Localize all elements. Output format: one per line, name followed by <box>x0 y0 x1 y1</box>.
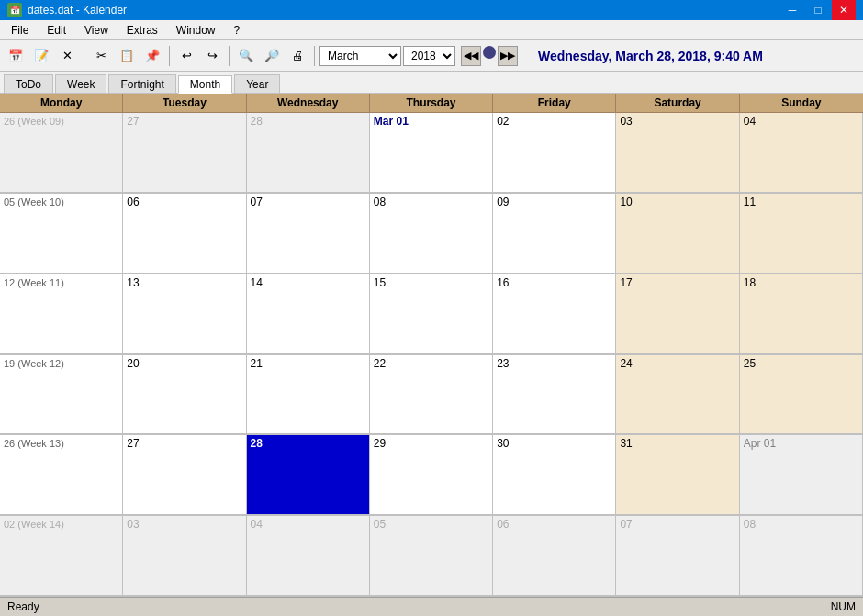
toolbar-zoom-btn[interactable]: 🔎 <box>260 44 284 68</box>
cell-mar22[interactable]: 22 <box>370 355 493 435</box>
cell-mar23[interactable]: 23 <box>493 355 616 435</box>
cell-mar26[interactable]: 26 (Week 13) <box>0 435 123 515</box>
cell-mar13[interactable]: 13 <box>123 274 246 354</box>
calendar-container: Monday Tuesday Wednesday Thursday Friday… <box>0 94 863 597</box>
month-select[interactable]: JanuaryFebruaryMarch AprilMayJune JulyAu… <box>319 46 401 66</box>
cell-mar05[interactable]: 05 (Week 10) <box>0 194 123 274</box>
toolbar-sep2 <box>169 46 170 66</box>
cell-mar29[interactable]: 29 <box>370 435 493 515</box>
toolbar-calendar-btn[interactable]: 📅 <box>4 44 28 68</box>
cell-mar28-today[interactable]: 28 <box>247 435 370 515</box>
today-btn[interactable] <box>483 46 496 59</box>
menu-extras[interactable]: Extras <box>119 22 165 39</box>
titlebar-left: 📅 dates.dat - Kalender <box>7 3 127 17</box>
next-next-btn[interactable]: ▶▶ <box>498 46 518 66</box>
cell-feb27[interactable]: 27 <box>123 113 246 193</box>
toolbar-paste-btn[interactable]: 📌 <box>140 44 164 68</box>
cell-apr05[interactable]: 05 <box>370 516 493 596</box>
status-mode: NUM <box>831 600 856 613</box>
tab-fortnight[interactable]: Fortnight <box>108 74 175 93</box>
cell-mar04[interactable]: 04 <box>740 113 863 193</box>
cell-mar16[interactable]: 16 <box>493 274 616 354</box>
cell-mar08[interactable]: 08 <box>370 194 493 274</box>
cell-mar30[interactable]: 30 <box>493 435 616 515</box>
calendar-row-1: 26 (Week 09) 27 28 Mar 01 02 03 04 <box>0 113 863 194</box>
cell-mar27[interactable]: 27 <box>123 435 246 515</box>
cell-apr07[interactable]: 07 <box>616 516 739 596</box>
calendar-grid: 26 (Week 09) 27 28 Mar 01 02 03 04 05 (W… <box>0 113 863 597</box>
close-button[interactable]: ✕ <box>832 0 856 20</box>
maximize-button[interactable]: □ <box>806 0 830 20</box>
status-text: Ready <box>7 600 39 613</box>
toolbar-delete-btn[interactable]: ✕ <box>55 44 79 68</box>
tab-year[interactable]: Year <box>234 74 280 93</box>
cell-mar21[interactable]: 21 <box>247 355 370 435</box>
cell-mar15[interactable]: 15 <box>370 274 493 354</box>
statusbar: Ready NUM <box>0 597 863 615</box>
menubar: File Edit View Extras Window ? <box>0 20 863 40</box>
cell-mar03[interactable]: 03 <box>616 113 739 193</box>
cell-mar07[interactable]: 07 <box>247 194 370 274</box>
cell-mar25[interactable]: 25 <box>740 355 863 435</box>
menu-window[interactable]: Window <box>169 22 223 39</box>
toolbar-redo-btn[interactable]: ↪ <box>200 44 224 68</box>
cell-mar14[interactable]: 14 <box>247 274 370 354</box>
toolbar-print-btn[interactable]: 🖨 <box>286 44 309 68</box>
cell-mar18[interactable]: 18 <box>740 274 863 354</box>
cell-apr03[interactable]: 03 <box>123 516 246 596</box>
toolbar-new-btn[interactable]: 📝 <box>29 44 53 68</box>
cell-apr06[interactable]: 06 <box>493 516 616 596</box>
prev-prev-btn[interactable]: ◀◀ <box>461 46 481 66</box>
toolbar-cut-btn[interactable]: ✂ <box>89 44 113 68</box>
app-icon: 📅 <box>7 3 22 17</box>
cell-mar20[interactable]: 20 <box>123 355 246 435</box>
header-saturday: Saturday <box>616 94 739 112</box>
calendar-row-5: 26 (Week 13) 27 28 29 30 31 Apr 01 <box>0 435 863 516</box>
toolbar: 📅 📝 ✕ ✂ 📋 📌 ↩ ↪ 🔍 🔎 🖨 JanuaryFebruaryMar… <box>0 40 863 72</box>
toolbar-copy-btn[interactable]: 📋 <box>115 44 139 68</box>
calendar-row-4: 19 (Week 12) 20 21 22 23 24 25 <box>0 355 863 436</box>
cell-feb28[interactable]: 28 <box>247 113 370 193</box>
tab-month[interactable]: Month <box>178 75 232 94</box>
minimize-button[interactable]: ─ <box>780 0 804 20</box>
menu-help[interactable]: ? <box>227 22 248 39</box>
cell-apr08[interactable]: 08 <box>740 516 863 596</box>
cell-mar12[interactable]: 12 (Week 11) <box>0 274 123 354</box>
calendar-row-2: 05 (Week 10) 06 07 08 09 10 11 <box>0 194 863 274</box>
tab-week[interactable]: Week <box>55 74 106 93</box>
menu-file[interactable]: File <box>4 22 36 39</box>
cell-mar24[interactable]: 24 <box>616 355 739 435</box>
toolbar-sep3 <box>229 46 230 66</box>
cell-mar02[interactable]: 02 <box>493 113 616 193</box>
cell-mar09[interactable]: 09 <box>493 194 616 274</box>
cell-apr02[interactable]: 02 (Week 14) <box>0 516 123 596</box>
cell-mar11[interactable]: 11 <box>740 194 863 274</box>
cell-apr01[interactable]: Apr 01 <box>740 435 863 515</box>
calendar-row-6: 02 (Week 14) 03 04 05 06 07 08 <box>0 516 863 597</box>
titlebar: 📅 dates.dat - Kalender ─ □ ✕ <box>0 0 863 20</box>
cell-mar06[interactable]: 06 <box>123 194 246 274</box>
header-tuesday: Tuesday <box>123 94 246 112</box>
year-select[interactable]: 201620172018 20192020 <box>403 46 455 66</box>
tab-todo[interactable]: ToDo <box>4 74 53 93</box>
cell-feb26[interactable]: 26 (Week 09) <box>0 113 123 193</box>
toolbar-search-btn[interactable]: 🔍 <box>234 44 258 68</box>
calendar-row-3: 12 (Week 11) 13 14 15 16 17 18 <box>0 274 863 355</box>
toolbar-undo-btn[interactable]: ↩ <box>174 44 198 68</box>
titlebar-controls: ─ □ ✕ <box>780 0 856 20</box>
nav-controls: ◀◀ ▶▶ <box>461 46 518 66</box>
header-sunday: Sunday <box>740 94 863 112</box>
datetime-display: Wednesday, March 28, 2018, 9:40 AM <box>538 49 763 63</box>
cell-mar17[interactable]: 17 <box>616 274 739 354</box>
header-wednesday: Wednesday <box>247 94 370 112</box>
menu-edit[interactable]: Edit <box>39 22 73 39</box>
cell-mar31[interactable]: 31 <box>616 435 739 515</box>
toolbar-sep1 <box>84 46 84 66</box>
cell-mar10[interactable]: 10 <box>616 194 739 274</box>
cell-mar19[interactable]: 19 (Week 12) <box>0 355 123 435</box>
calendar-header: Monday Tuesday Wednesday Thursday Friday… <box>0 94 863 113</box>
titlebar-title: dates.dat - Kalender <box>28 4 127 17</box>
menu-view[interactable]: View <box>77 22 116 39</box>
cell-apr04[interactable]: 04 <box>247 516 370 596</box>
cell-mar01[interactable]: Mar 01 <box>370 113 493 193</box>
